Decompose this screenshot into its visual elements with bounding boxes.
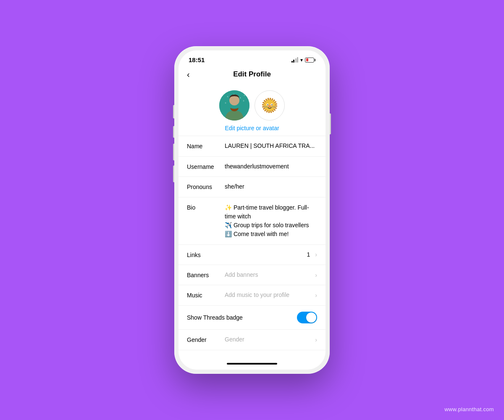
status-time: 18:51 <box>189 56 205 63</box>
signal-icon <box>291 57 299 63</box>
home-bar <box>227 363 277 365</box>
phone-screen: 18:51 ▾ ‹ Edit Profile <box>178 50 326 370</box>
username-value: thewanderlustmovement <box>225 163 317 171</box>
avatar-section: Edit picture or avatar <box>178 84 326 136</box>
avatar-photo[interactable] <box>219 90 249 121</box>
gender-placeholder: Gender <box>225 336 312 344</box>
banners-row[interactable]: Banners Add banners › <box>178 265 326 286</box>
volume-down-button <box>173 165 174 182</box>
battery-icon <box>305 58 315 63</box>
username-row[interactable]: Username thewanderlustmovement <box>178 157 326 177</box>
bio-value: ✨ Part-time travel blogger. Full-time wi… <box>225 203 317 239</box>
svg-point-5 <box>225 102 226 104</box>
threads-badge-row: Show Threads badge <box>178 306 326 330</box>
status-icons: ▾ <box>291 57 316 63</box>
gender-row[interactable]: Gender Gender › <box>178 330 326 350</box>
pronouns-row[interactable]: Pronouns she/her <box>178 177 326 197</box>
threads-badge-toggle[interactable] <box>297 312 317 323</box>
svg-point-12 <box>267 104 268 105</box>
banners-chevron-icon: › <box>315 272 317 278</box>
watermark: www.plannthat.com <box>444 406 494 412</box>
svg-point-1 <box>227 96 228 97</box>
links-chevron-icon: › <box>315 251 317 258</box>
name-row[interactable]: Name LAUREN | SOUTH AFRICA TRA... <box>178 136 326 157</box>
pronouns-label: Pronouns <box>187 183 225 190</box>
bio-label: Bio <box>187 203 225 211</box>
status-bar: 18:51 ▾ <box>178 50 326 67</box>
name-value: LAUREN | SOUTH AFRICA TRA... <box>225 142 317 150</box>
back-button[interactable]: ‹ <box>187 70 190 79</box>
phone-shell: 18:51 ▾ ‹ Edit Profile <box>174 46 330 374</box>
home-indicator <box>178 358 326 370</box>
music-chevron-icon: › <box>315 292 317 299</box>
banners-placeholder: Add banners <box>225 271 312 279</box>
svg-point-13 <box>271 104 272 105</box>
music-row[interactable]: Music Add music to your profile › <box>178 285 326 306</box>
avatar-emoji[interactable] <box>255 90 285 121</box>
avatar-row <box>219 90 285 121</box>
links-row[interactable]: Links 1 › <box>178 245 326 265</box>
music-label: Music <box>187 291 225 299</box>
volume-up-button <box>173 144 174 160</box>
svg-point-6 <box>243 100 244 102</box>
pronouns-value: she/her <box>225 183 317 191</box>
bio-row[interactable]: Bio ✨ Part-time travel blogger. Full-tim… <box>178 197 326 245</box>
silent-button <box>173 126 174 138</box>
profile-info-section: Profile information <box>178 350 326 358</box>
svg-point-3 <box>240 97 241 99</box>
svg-point-14 <box>268 105 271 107</box>
gender-chevron-icon: › <box>315 336 317 343</box>
content-area: Edit picture or avatar Name LAUREN | SOU… <box>178 84 326 358</box>
banners-label: Banners <box>187 271 225 278</box>
music-placeholder: Add music to your profile <box>225 291 312 299</box>
threads-badge-label: Show Threads badge <box>187 314 243 321</box>
username-label: Username <box>187 163 225 170</box>
edit-profile-header: ‹ Edit Profile <box>178 67 326 84</box>
links-count: 1 <box>307 251 310 258</box>
wifi-icon: ▾ <box>300 57 303 63</box>
page-title: Edit Profile <box>233 70 271 79</box>
svg-point-4 <box>244 95 245 96</box>
edit-picture-link[interactable]: Edit picture or avatar <box>225 125 279 131</box>
links-label: Links <box>187 251 225 258</box>
gender-label: Gender <box>187 336 225 343</box>
name-label: Name <box>187 142 225 150</box>
